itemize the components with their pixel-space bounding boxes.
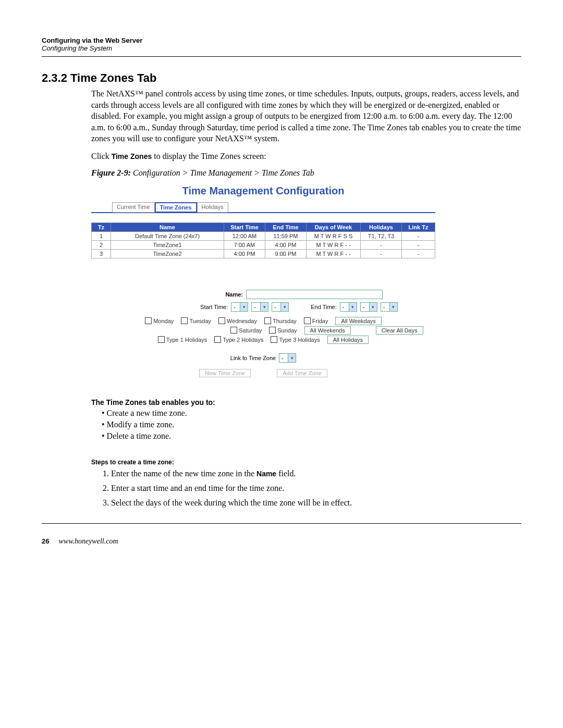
- header-rule: [42, 56, 521, 57]
- new-time-zone-button[interactable]: New Time Zone: [199, 369, 251, 377]
- section-heading: 2.3.2 Time Zones Tab: [42, 71, 521, 85]
- col-name: Name: [111, 223, 224, 231]
- form-area: Name: Start Time: -▾ -▾ -▾ End Time: -▾ …: [91, 290, 435, 377]
- col-hol: Holidays: [361, 223, 402, 231]
- col-dow: Days of Week: [307, 223, 361, 231]
- end-time-label: End Time:: [311, 304, 337, 310]
- col-end: End Time: [265, 223, 307, 231]
- friday-checkbox[interactable]: Friday: [304, 317, 328, 324]
- thursday-checkbox[interactable]: Thursday: [264, 317, 297, 324]
- name-label: Name:: [144, 291, 243, 298]
- steps-heading: Steps to create a time zone:: [91, 459, 521, 466]
- instruction-paragraph: Click Time Zones to display the Time Zon…: [91, 151, 521, 162]
- figure-caption: Figure 2-9: Configuration > Time Managem…: [91, 168, 521, 178]
- table-row[interactable]: 1 Default Time Zone (24x7) 12:00 AM 11:5…: [92, 231, 435, 240]
- type2-holidays-checkbox[interactable]: Type 2 Holidays: [214, 336, 263, 343]
- footer-rule: [42, 523, 521, 524]
- chevron-down-icon: ▾: [240, 303, 248, 311]
- start-hour-select[interactable]: -▾: [231, 302, 248, 312]
- timezones-table: Tz Name Start Time End Time Days of Week…: [91, 223, 435, 258]
- col-link: Link Tz: [402, 223, 435, 231]
- page-number: 26: [42, 537, 49, 545]
- chevron-down-icon: ▾: [260, 303, 268, 311]
- add-time-zone-button[interactable]: Add Time Zone: [277, 369, 327, 377]
- link-tz-label: Link to Time Zone: [230, 355, 276, 361]
- tab-holidays[interactable]: Holidays: [197, 202, 228, 213]
- footer-url: www.honeywell.com: [58, 537, 118, 546]
- chevron-down-icon: ▾: [369, 303, 377, 311]
- tuesday-checkbox[interactable]: Tuesday: [181, 317, 211, 324]
- col-start: Start Time: [224, 223, 265, 231]
- steps-list: Enter the name of the new time zone in t…: [102, 469, 521, 508]
- list-item: Create a new time zone.: [102, 409, 521, 418]
- header-chapter: Configuring via the Web Server: [42, 36, 521, 44]
- tab-bar: Current Time Time Zones Holidays: [112, 202, 435, 213]
- chevron-down-icon: ▾: [288, 354, 296, 362]
- start-time-label: Start Time:: [129, 304, 228, 310]
- chevron-down-icon: ▾: [280, 303, 288, 311]
- type3-holidays-checkbox[interactable]: Type 3 Holidays: [271, 336, 320, 343]
- enables-list: Create a new time zone. Modify a time zo…: [102, 409, 521, 441]
- end-min-select[interactable]: -▾: [360, 302, 377, 312]
- list-item: Modify a time zone.: [102, 420, 521, 429]
- screenshot-figure: Time Management Configuration Current Ti…: [91, 185, 435, 377]
- start-min-select[interactable]: -▾: [251, 302, 268, 312]
- end-ampm-select[interactable]: -▾: [381, 302, 398, 312]
- tab-current-time[interactable]: Current Time: [112, 202, 155, 213]
- type1-holidays-checkbox[interactable]: Type 1 Holidays: [158, 336, 207, 343]
- col-tz: Tz: [92, 223, 111, 231]
- intro-paragraph: The NetAXS™ panel controls access by usi…: [91, 88, 521, 144]
- end-hour-select[interactable]: -▾: [340, 302, 357, 312]
- sunday-checkbox[interactable]: Sunday: [269, 327, 297, 334]
- list-item: Delete a time zone.: [102, 431, 521, 441]
- page-footer: 26 www.honeywell.com: [42, 537, 521, 546]
- header-section: Configuring the System: [42, 44, 521, 52]
- link-tz-select[interactable]: -▾: [279, 353, 296, 363]
- saturday-checkbox[interactable]: Saturday: [230, 327, 262, 334]
- name-field[interactable]: [246, 290, 383, 299]
- list-item: Enter the name of the new time zone in t…: [111, 469, 521, 478]
- wednesday-checkbox[interactable]: Wednesday: [218, 317, 257, 324]
- monday-checkbox[interactable]: Monday: [145, 317, 174, 324]
- table-row[interactable]: 3 TimeZone2 4:00 PM 9:00 PM M T W R F - …: [92, 249, 435, 258]
- screenshot-title: Time Management Configuration: [91, 185, 435, 197]
- running-header: Configuring via the Web Server Configuri…: [42, 36, 521, 52]
- clear-all-days-button[interactable]: Clear All Days: [376, 326, 423, 335]
- start-ampm-select[interactable]: -▾: [272, 302, 289, 312]
- list-item: Enter a start time and an end time for t…: [111, 484, 521, 493]
- table-row[interactable]: 2 TimeZone1 7:00 AM 4:00 PM M T W R F - …: [92, 240, 435, 249]
- chevron-down-icon: ▾: [389, 303, 397, 311]
- list-item: Select the days of the week during which…: [111, 498, 521, 508]
- chevron-down-icon: ▾: [349, 303, 357, 311]
- all-weekdays-button[interactable]: All Weekdays: [335, 317, 381, 325]
- enables-heading: The Time Zones tab enables you to:: [91, 398, 521, 406]
- tab-time-zones[interactable]: Time Zones: [155, 202, 197, 213]
- all-holidays-button[interactable]: All Holidays: [327, 336, 369, 344]
- all-weekends-button[interactable]: All Weekends: [304, 326, 351, 335]
